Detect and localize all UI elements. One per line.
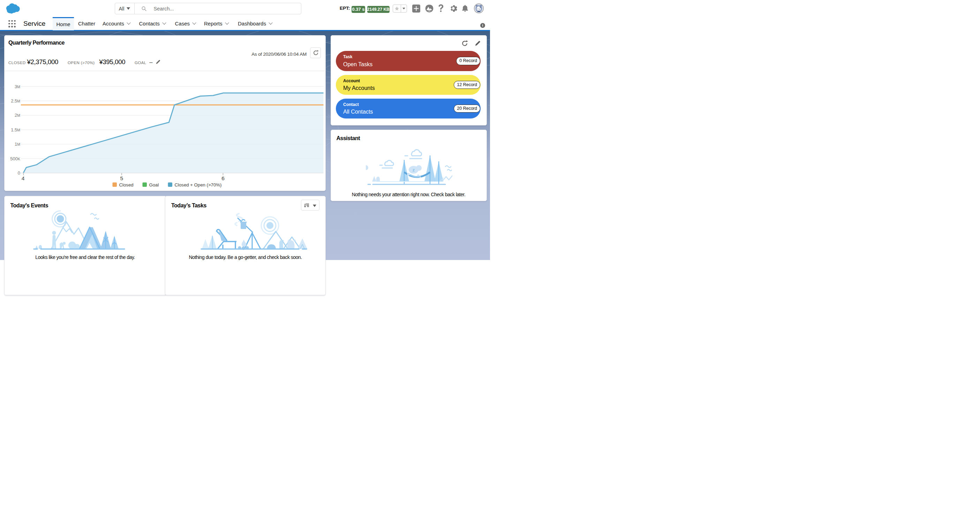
svg-text:1M: 1M (15, 141, 20, 147)
svg-text:z: z (412, 167, 415, 173)
svg-text:2.5M: 2.5M (11, 98, 20, 103)
svg-text:5: 5 (120, 175, 123, 181)
svg-text:Closed + Open (>70%): Closed + Open (>70%) (174, 182, 221, 187)
svg-text:6: 6 (221, 175, 224, 181)
svg-text:500K: 500K (10, 156, 20, 162)
svg-text:Closed: Closed (119, 182, 133, 187)
svg-text:0: 0 (18, 170, 20, 176)
svg-text:Goal: Goal (149, 182, 159, 187)
svg-text:3M: 3M (15, 84, 20, 89)
svg-text:4: 4 (21, 175, 24, 181)
svg-text:1.5M: 1.5M (11, 127, 20, 132)
svg-text:2M: 2M (15, 113, 20, 118)
